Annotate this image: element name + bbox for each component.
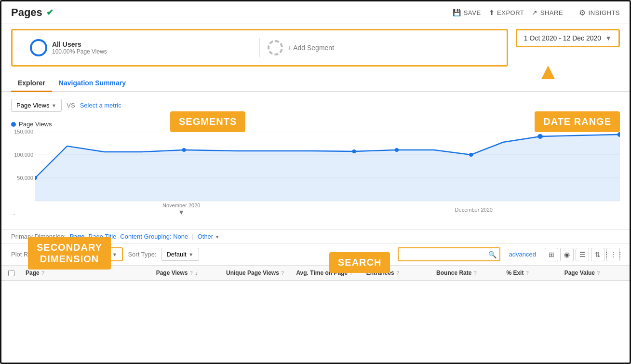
- secondary-dimension-text: SECONDARYDIMENSION: [37, 242, 102, 264]
- tab-explorer-label: Explorer: [18, 79, 45, 87]
- th-page[interactable]: Page ?: [21, 270, 151, 276]
- segment-info: All Users 100.00% Page Views: [52, 40, 107, 55]
- primary-dim-content-grouping[interactable]: Content Grouping: None: [120, 233, 188, 240]
- tab-explorer[interactable]: Explorer: [11, 75, 52, 92]
- th-unique-page-views[interactable]: Unique Page Views ?: [221, 270, 291, 276]
- advanced-link[interactable]: advanced: [509, 251, 536, 258]
- date-range-arrow: [541, 66, 555, 79]
- page-container: Pages ✔ 💾 SAVE ⬆ EXPORT ↗ SHARE ⚙ INSIGH…: [0, 0, 631, 364]
- export-icon: ⬆: [489, 9, 495, 16]
- chart-legend: Page Views: [11, 119, 620, 132]
- th-pval-label: Page Value: [564, 270, 595, 276]
- x-axis: November 2020 ▼ December 2020: [35, 202, 620, 216]
- export-button[interactable]: ⬆ EXPORT: [489, 9, 524, 16]
- export-label: EXPORT: [497, 9, 524, 16]
- y-axis: 150,000 100,000 50,000: [11, 132, 35, 202]
- pie-view-icon[interactable]: ◉: [560, 248, 574, 261]
- exit-help-icon[interactable]: ?: [525, 270, 529, 276]
- th-pv-label: Page Views: [156, 270, 188, 276]
- page-title-area: Pages ✔: [11, 6, 54, 19]
- x-arrow-down: ▼: [178, 208, 185, 216]
- th-page-label: Page: [26, 270, 40, 276]
- date-range-area: 1 Oct 2020 - 12 Dec 2020 ▼: [516, 29, 620, 47]
- save-button[interactable]: 💾 SAVE: [453, 9, 481, 16]
- search-icon[interactable]: 🔍: [488, 251, 497, 258]
- y-label-150k: 150,000: [14, 129, 33, 135]
- segment-pct: 100.00% Page Views: [52, 48, 107, 55]
- metric-selector[interactable]: Page Views ▼: [11, 99, 62, 112]
- sort-alt-icon[interactable]: ⇅: [591, 248, 604, 261]
- add-segment-circle: [268, 40, 283, 55]
- shield-icon: ✔: [46, 7, 54, 18]
- date-range-button[interactable]: 1 Oct 2020 - 12 Dec 2020 ▼: [516, 29, 620, 47]
- save-icon: 💾: [453, 9, 461, 16]
- th-page-views[interactable]: Page Views ? ↓: [151, 270, 221, 276]
- save-label: SAVE: [464, 9, 481, 16]
- select-metric-link[interactable]: Select a metric: [80, 102, 121, 109]
- top-actions: 💾 SAVE ⬆ EXPORT ↗ SHARE ⚙ INSIGHTS: [453, 7, 620, 18]
- metric-label: Page Views: [16, 102, 49, 109]
- x-label-nov-text: November 2020: [162, 202, 200, 208]
- top-bar: Pages ✔ 💾 SAVE ⬆ EXPORT ↗ SHARE ⚙ INSIGH…: [1, 1, 630, 24]
- share-button[interactable]: ↗ SHARE: [532, 9, 563, 16]
- br-help-icon[interactable]: ?: [473, 270, 477, 276]
- th-page-value[interactable]: Page Value ?: [560, 270, 630, 276]
- page-help-icon[interactable]: ?: [41, 270, 45, 276]
- th-exit[interactable]: % Exit ?: [501, 270, 559, 276]
- search-annotation-text: SEARCH: [338, 257, 381, 268]
- vs-label: VS: [67, 102, 75, 109]
- segments-annotation-text: SEGMENTS: [179, 116, 237, 127]
- th-br-label: Bounce Rate: [436, 270, 471, 276]
- svg-point-7: [394, 148, 399, 152]
- insights-icon: ⚙: [579, 8, 586, 17]
- ent-help-icon[interactable]: ?: [396, 270, 400, 276]
- other-label: Other: [198, 233, 214, 240]
- y-label-100k: 100,000: [14, 152, 33, 158]
- search-annotation: SEARCH: [329, 252, 390, 273]
- tab-nav-summary-label: Navigation Summary: [59, 79, 126, 87]
- th-checkbox: [1, 270, 21, 276]
- chevron-down-icon: ▼: [112, 252, 118, 257]
- upv-help-icon[interactable]: ?: [281, 270, 284, 276]
- page-title-text: Pages: [11, 6, 42, 19]
- x-label-nov: November 2020 ▼: [162, 202, 200, 216]
- svg-point-5: [182, 148, 186, 152]
- th-exit-label: % Exit: [506, 270, 524, 276]
- primary-dim-other[interactable]: Other ▼: [198, 233, 220, 240]
- tabs-row: Explorer Navigation Summary: [1, 75, 630, 92]
- chart-area: 150,000 100,000 50,000: [11, 132, 620, 216]
- pv-sort-arrow: ↓: [195, 270, 198, 276]
- th-upv-label: Unique Page Views: [226, 270, 279, 276]
- search-box: 🔍: [398, 247, 500, 261]
- columns-icon[interactable]: ⋮⋮⋮: [606, 248, 620, 261]
- tab-navigation-summary[interactable]: Navigation Summary: [52, 75, 133, 92]
- add-segment-item[interactable]: + Add Segment: [260, 36, 497, 59]
- pval-help-icon[interactable]: ?: [597, 270, 600, 276]
- secondary-dimension-annotation: SECONDARYDIMENSION: [28, 237, 111, 270]
- other-chevron: ▼: [215, 234, 220, 240]
- select-all-checkbox[interactable]: [8, 270, 14, 276]
- svg-point-8: [469, 153, 473, 157]
- legend-label: Page Views: [19, 121, 52, 128]
- add-segment-label: + Add Segment: [288, 44, 334, 52]
- chart-ellipsis: ...: [11, 210, 15, 216]
- search-input[interactable]: [402, 249, 488, 259]
- segment-circle-all-users: [30, 39, 47, 56]
- all-users-segment[interactable]: All Users 100.00% Page Views: [22, 36, 259, 59]
- grid-view-icon[interactable]: ⊞: [545, 248, 558, 261]
- view-icons: ⊞ ◉ ☰ ⇅ ⋮⋮⋮: [545, 248, 620, 261]
- chart-container: Page Views 150,000 100,000 50,000: [1, 119, 630, 229]
- sort-default-button[interactable]: Default ▼: [161, 248, 199, 261]
- segments-box: All Users 100.00% Page Views + Add Segme…: [11, 29, 508, 67]
- list-view-icon[interactable]: ☰: [576, 248, 589, 261]
- x-label-dec-text: December 2020: [455, 207, 493, 213]
- chevron-down-icon: ▼: [605, 34, 612, 42]
- toolbar-divider: [571, 7, 571, 18]
- th-bounce-rate[interactable]: Bounce Rate ?: [431, 270, 501, 276]
- segments-annotation: SEGMENTS: [170, 111, 245, 132]
- insights-button[interactable]: ⚙ INSIGHTS: [579, 8, 620, 17]
- chart-svg: [35, 132, 620, 202]
- share-icon: ↗: [532, 9, 538, 16]
- pv-help-icon[interactable]: ?: [190, 270, 193, 276]
- sort-type-label: Sort Type:: [128, 251, 156, 258]
